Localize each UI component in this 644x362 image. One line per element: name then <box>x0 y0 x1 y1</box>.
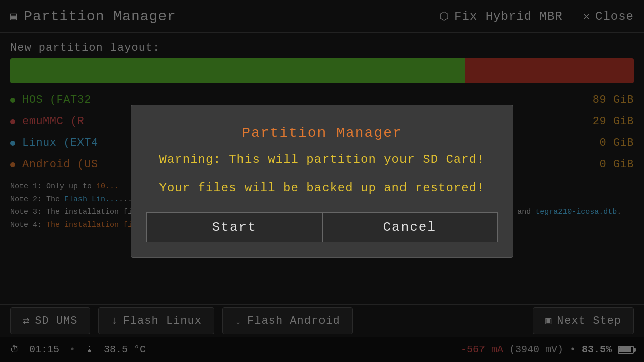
modal-warning-line2: Your files will be backed up and restore… <box>159 179 485 197</box>
modal-buttons: Start Cancel <box>146 212 498 242</box>
modal-title: Partition Manager <box>242 125 403 141</box>
modal-cancel-button[interactable]: Cancel <box>322 212 498 242</box>
modal-warning-line1: Warning: This will partition your SD Car… <box>159 151 485 169</box>
modal-overlay: Partition Manager Warning: This will par… <box>0 0 644 362</box>
modal-dialog: Partition Manager Warning: This will par… <box>131 105 513 258</box>
modal-start-button[interactable]: Start <box>146 212 322 242</box>
